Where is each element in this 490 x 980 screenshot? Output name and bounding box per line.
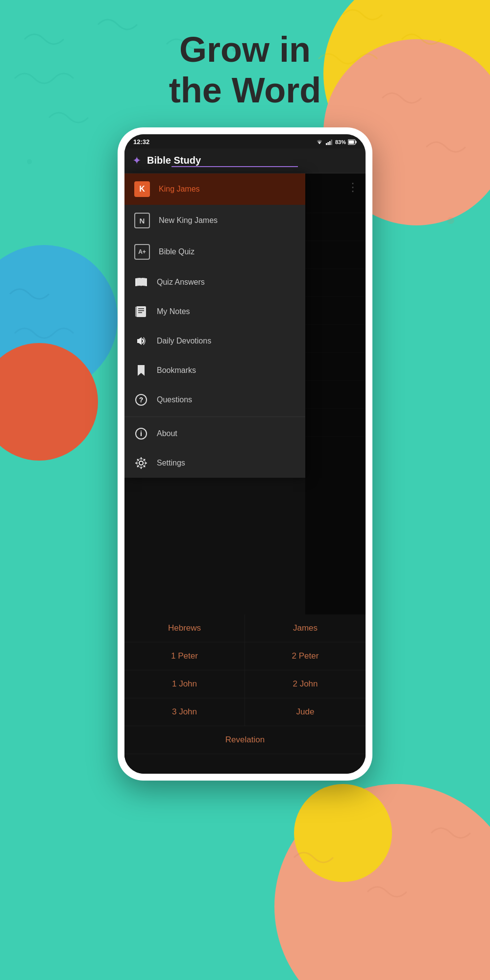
drawer-item-new-king-james[interactable]: N New King James: [124, 205, 305, 236]
drawer-label-bible-quiz: Bible Quiz: [159, 247, 195, 256]
bookmarks-icon: [134, 364, 148, 377]
book-revelation[interactable]: Revelation: [124, 726, 366, 754]
book-3john[interactable]: 3 John: [124, 698, 245, 726]
my-notes-icon: [134, 305, 148, 318]
drawer-label-new-king-james: New King James: [159, 216, 218, 225]
battery-percentage: 83%: [335, 139, 346, 145]
king-james-icon: K: [134, 181, 150, 197]
bottom-books-section: Hebrews James 1 Peter 2 Peter 1 John 2 J…: [124, 614, 366, 774]
svg-text:i: i: [140, 430, 142, 438]
drawer-item-king-james[interactable]: K King James: [124, 173, 305, 205]
svg-rect-5: [329, 141, 331, 145]
drawer-label-settings: Settings: [157, 459, 185, 467]
hero-section: Grow in the Word: [0, 29, 490, 111]
drawer-scrim[interactable]: [305, 173, 366, 614]
drawer-item-quiz-answers[interactable]: Quiz Answers: [124, 268, 305, 297]
svg-rect-16: [135, 307, 137, 317]
app-logo-icon: ✦: [132, 154, 141, 167]
question-svg: ?: [135, 393, 147, 406]
book-james[interactable]: James: [245, 614, 366, 642]
app-body: ⋮ OLD Mark John omans orinthians hesians…: [124, 173, 366, 614]
book-1john[interactable]: 1 John: [124, 670, 245, 698]
app-header: ✦ Bible Study: [124, 148, 366, 173]
drawer-label-quiz-answers: Quiz Answers: [157, 278, 205, 287]
book-2peter[interactable]: 2 Peter: [245, 642, 366, 670]
open-book-svg: [135, 276, 147, 289]
megaphone-svg: [135, 335, 147, 347]
header-divider: [172, 166, 298, 167]
drawer-item-settings[interactable]: Settings: [124, 448, 305, 478]
svg-point-22: [137, 459, 146, 467]
drawer-item-my-notes[interactable]: My Notes: [124, 297, 305, 326]
book-jude[interactable]: Jude: [245, 698, 366, 726]
app-title: Bible Study: [147, 155, 358, 166]
phone-mockup: 12:32 83%: [118, 127, 372, 781]
about-icon: i: [134, 427, 148, 441]
phone-outer-shell: 12:32 83%: [118, 127, 372, 781]
drawer-item-questions[interactable]: ? Questions: [124, 385, 305, 415]
drawer-divider: [124, 416, 305, 417]
drawer-item-daily-devotions[interactable]: Daily Devotions: [124, 326, 305, 356]
svg-rect-9: [349, 140, 354, 144]
status-bar: 12:32 83%: [124, 134, 366, 148]
drawer-item-bookmarks[interactable]: Bookmarks: [124, 356, 305, 385]
phone-screen: 12:32 83%: [124, 134, 366, 774]
book-2john[interactable]: 2 John: [245, 670, 366, 698]
navigation-drawer: K King James N New King James A+ Bible Q…: [124, 173, 305, 478]
drawer-label-questions: Questions: [157, 395, 192, 404]
hero-title: Grow in the Word: [0, 29, 490, 111]
quiz-answers-icon: [134, 275, 148, 289]
battery-icon: [348, 139, 357, 145]
book-1peter[interactable]: 1 Peter: [124, 642, 245, 670]
drawer-label-about: About: [157, 429, 177, 438]
bookmark-svg: [135, 364, 147, 377]
bottom-books-grid: Hebrews James 1 Peter 2 Peter 1 John 2 J…: [124, 614, 366, 754]
info-svg: i: [135, 427, 147, 440]
bible-quiz-icon: A+: [134, 244, 150, 260]
settings-icon: [134, 456, 148, 470]
drawer-label-my-notes: My Notes: [157, 307, 190, 316]
daily-devotions-icon: [134, 334, 148, 348]
notes-svg: [135, 305, 147, 318]
phone-bottom-padding: [124, 754, 366, 774]
status-time: 12:32: [133, 138, 149, 146]
svg-rect-8: [356, 141, 357, 143]
drawer-item-about[interactable]: i About: [124, 419, 305, 448]
gear-svg: [135, 457, 147, 469]
svg-rect-3: [326, 143, 327, 145]
background-yellow2-blob: [294, 784, 392, 882]
drawer-label-daily-devotions: Daily Devotions: [157, 337, 211, 345]
svg-rect-12: [136, 306, 146, 317]
svg-rect-4: [327, 142, 329, 145]
status-icons: 83%: [316, 139, 357, 145]
drawer-item-bible-quiz[interactable]: A+ Bible Quiz: [124, 236, 305, 268]
wifi-icon: [316, 139, 323, 145]
drawer-label-bookmarks: Bookmarks: [157, 366, 196, 375]
svg-point-21: [139, 461, 143, 465]
svg-text:?: ?: [139, 396, 144, 404]
new-king-james-icon: N: [134, 213, 150, 228]
signal-icon: [325, 139, 333, 145]
svg-rect-6: [331, 140, 332, 145]
questions-icon: ?: [134, 393, 148, 407]
book-hebrews[interactable]: Hebrews: [124, 614, 245, 642]
drawer-label-king-james: King James: [159, 185, 200, 194]
